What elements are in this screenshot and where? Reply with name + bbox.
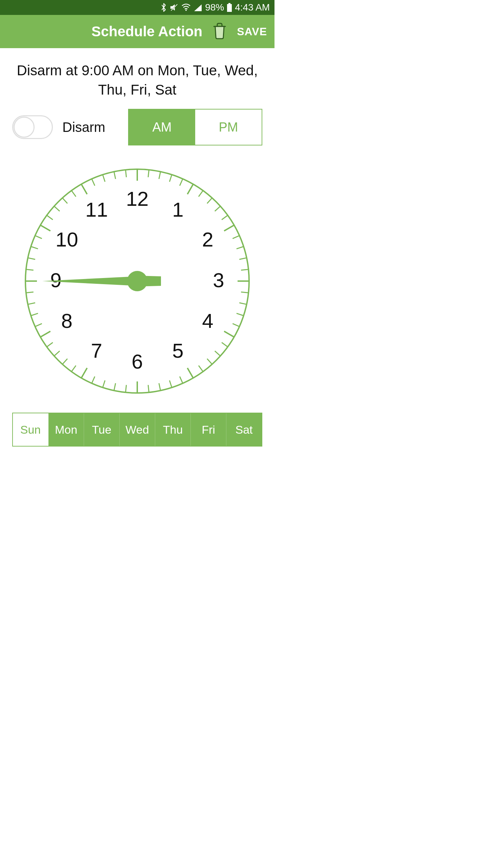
- svg-line-44: [54, 351, 60, 356]
- svg-line-57: [47, 215, 53, 220]
- svg-line-37: [126, 385, 126, 393]
- status-bar: 98% 4:43 AM: [0, 0, 274, 15]
- svg-line-28: [215, 351, 220, 356]
- svg-line-47: [35, 324, 42, 327]
- svg-line-24: [237, 314, 244, 316]
- schedule-summary: Disarm at 9:00 AM on Mon, Tue, Wed, Thu,…: [12, 58, 262, 109]
- svg-line-8: [159, 172, 161, 179]
- clock-number: 6: [131, 350, 143, 373]
- clock-number: 10: [56, 228, 78, 251]
- svg-line-22: [241, 292, 248, 293]
- svg-line-54: [31, 246, 38, 249]
- day-fri[interactable]: Fri: [191, 413, 226, 446]
- save-button[interactable]: SAVE: [237, 25, 267, 38]
- svg-line-12: [199, 191, 203, 197]
- am-button[interactable]: AM: [129, 110, 195, 145]
- days-row: SunMonTueWedThuFriSat: [12, 413, 262, 447]
- app-bar: Schedule Action SAVE: [0, 15, 274, 48]
- svg-line-45: [47, 342, 53, 347]
- svg-line-7: [148, 170, 149, 177]
- clock-picker[interactable]: 121234567891011: [19, 162, 256, 400]
- svg-line-58: [54, 206, 60, 212]
- svg-line-35: [148, 385, 149, 393]
- svg-line-18: [237, 246, 244, 249]
- svg-line-48: [31, 314, 38, 316]
- svg-line-65: [126, 170, 126, 177]
- clock-number: 7: [91, 339, 102, 362]
- svg-line-15: [222, 215, 228, 220]
- trash-icon[interactable]: [212, 22, 227, 41]
- svg-line-30: [199, 366, 203, 372]
- clock-number: 8: [61, 310, 72, 332]
- day-sat[interactable]: Sat: [226, 413, 262, 446]
- mute-icon: [170, 3, 179, 12]
- svg-line-20: [241, 270, 248, 270]
- battery-percent: 98%: [205, 2, 224, 13]
- pm-button[interactable]: PM: [195, 110, 262, 145]
- svg-line-55: [35, 236, 42, 239]
- svg-line-52: [26, 270, 34, 270]
- svg-line-34: [159, 383, 161, 391]
- clock-number: 3: [213, 269, 224, 292]
- svg-line-61: [81, 184, 87, 194]
- svg-line-43: [62, 359, 67, 364]
- battery-icon: [227, 3, 232, 12]
- svg-rect-3: [228, 3, 230, 4]
- svg-line-23: [239, 303, 247, 304]
- svg-line-50: [26, 292, 34, 293]
- svg-line-62: [92, 179, 95, 186]
- svg-line-39: [103, 380, 105, 388]
- svg-line-13: [207, 198, 212, 203]
- clock-number: 2: [202, 228, 213, 251]
- clock-number: 11: [85, 198, 108, 221]
- status-time: 4:43 AM: [235, 2, 270, 13]
- svg-line-64: [114, 172, 116, 179]
- cell-signal-icon: [194, 4, 202, 11]
- svg-line-38: [114, 383, 116, 391]
- clock-number: 9: [50, 269, 61, 292]
- svg-line-46: [40, 331, 50, 337]
- day-sun[interactable]: Sun: [13, 413, 48, 446]
- svg-line-9: [169, 175, 172, 182]
- day-mon[interactable]: Mon: [48, 413, 84, 446]
- controls-row: Disarm AM PM: [12, 109, 262, 154]
- arm-toggle[interactable]: [12, 115, 53, 139]
- day-thu[interactable]: Thu: [155, 413, 191, 446]
- day-tue[interactable]: Tue: [84, 413, 120, 446]
- svg-line-49: [28, 303, 35, 304]
- clock-number: 5: [172, 339, 183, 362]
- svg-line-31: [187, 368, 193, 378]
- wifi-icon: [181, 4, 191, 11]
- svg-line-29: [207, 359, 212, 364]
- svg-line-56: [40, 225, 50, 231]
- svg-point-2: [185, 9, 187, 11]
- svg-line-60: [72, 191, 76, 197]
- day-wed[interactable]: Wed: [120, 413, 155, 446]
- arm-toggle-label: Disarm: [62, 120, 105, 135]
- clock-number: 1: [172, 198, 183, 221]
- svg-line-10: [180, 179, 183, 186]
- svg-line-59: [62, 198, 67, 203]
- svg-line-41: [81, 368, 87, 378]
- svg-line-25: [232, 324, 239, 327]
- toggle-knob: [14, 117, 35, 138]
- svg-line-11: [187, 184, 193, 194]
- clock-number: 12: [126, 188, 149, 210]
- svg-line-32: [180, 377, 183, 383]
- svg-line-40: [92, 377, 95, 383]
- svg-line-14: [215, 206, 220, 212]
- bluetooth-icon: [160, 3, 167, 12]
- svg-line-19: [239, 258, 247, 260]
- ampm-segmented: AM PM: [128, 109, 262, 145]
- page-title: Schedule Action: [92, 23, 203, 40]
- svg-line-16: [224, 225, 234, 231]
- svg-line-63: [103, 175, 105, 182]
- svg-line-27: [222, 342, 228, 347]
- svg-line-33: [169, 380, 172, 388]
- clock-number: 4: [202, 310, 213, 332]
- svg-line-53: [28, 258, 35, 260]
- svg-line-42: [72, 366, 76, 372]
- svg-line-17: [232, 236, 239, 239]
- svg-line-26: [224, 331, 234, 337]
- svg-rect-4: [227, 4, 232, 12]
